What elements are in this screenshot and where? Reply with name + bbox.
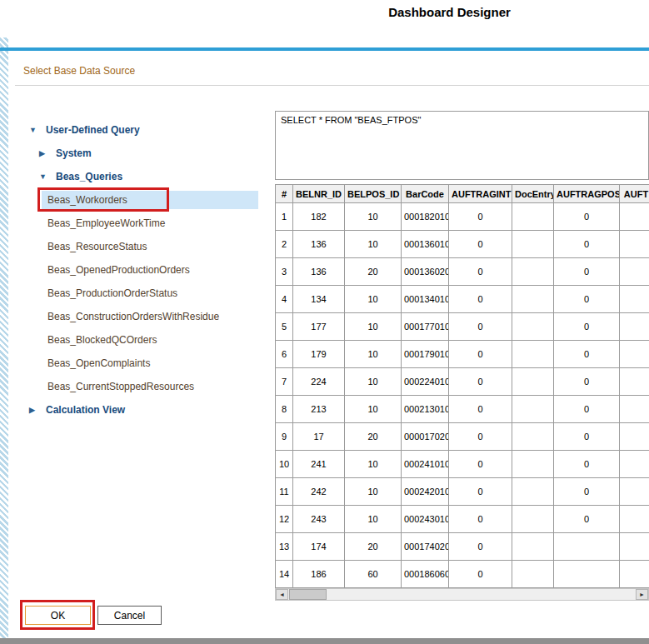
table-cell: 179 bbox=[293, 341, 345, 368]
table-row[interactable]: 31362000013602000 bbox=[276, 258, 649, 286]
results-table: #BELNR_IDBELPOS_IDBarCodeAUFTRAGINTDocEn… bbox=[275, 184, 649, 588]
tree-item-label: Beas_ConstructionOrdersWithResidue bbox=[42, 307, 224, 326]
table-cell bbox=[512, 286, 554, 313]
tree-item-beas-workorders[interactable]: Beas_Workorders bbox=[29, 188, 271, 212]
triangle-right-icon[interactable]: ▶ bbox=[29, 406, 40, 414]
table-row[interactable]: 14186600001860600 bbox=[276, 561, 649, 588]
table-row[interactable]: 13174200001740200 bbox=[276, 533, 649, 561]
triangle-right-icon[interactable]: ▶ bbox=[39, 149, 50, 157]
tree-item-user-defined-query[interactable]: ▼User-Defined Query bbox=[29, 118, 271, 142]
table-row[interactable]: 9172000001702000 bbox=[276, 423, 649, 451]
table-row[interactable]: 72241000022401000 bbox=[276, 368, 649, 396]
table-cell: 0 bbox=[554, 396, 620, 423]
table-cell: 242 bbox=[293, 478, 345, 506]
tree-item-system[interactable]: ▶System bbox=[29, 142, 271, 165]
table-row[interactable]: 122431000024301000 bbox=[276, 506, 649, 533]
table-cell: 10 bbox=[345, 396, 402, 423]
table-cell: 6 bbox=[276, 341, 293, 368]
tree-item-beas-constructionorderswithresidue[interactable]: Beas_ConstructionOrdersWithResidue bbox=[29, 305, 271, 328]
table-cell bbox=[512, 506, 554, 533]
page-title: Dashboard Designer bbox=[250, 5, 649, 19]
table-row[interactable]: 112421000024201000 bbox=[276, 478, 649, 506]
scroll-left-button[interactable]: ◄ bbox=[276, 589, 288, 600]
column-header-auft[interactable]: AUFT bbox=[620, 185, 649, 203]
triangle-down-icon[interactable]: ▼ bbox=[39, 172, 50, 181]
table-cell: 0 bbox=[554, 286, 620, 313]
table-cell bbox=[512, 423, 554, 451]
tree-item-beas-openedproductionorders[interactable]: Beas_OpenedProductionOrders bbox=[29, 258, 271, 282]
table-cell: 20 bbox=[345, 258, 402, 286]
table-row[interactable]: 61791000017901000 bbox=[276, 341, 649, 368]
table-cell: 5 bbox=[276, 313, 293, 341]
table-cell: 213 bbox=[293, 396, 345, 423]
table-cell: 10 bbox=[345, 313, 402, 341]
table-cell: 20 bbox=[345, 423, 402, 451]
table-row[interactable]: 82131000021301000 bbox=[276, 396, 649, 423]
column-header-belnr-id[interactable]: BELNR_ID bbox=[293, 185, 345, 203]
tree-item-beas-productionorderstatus[interactable]: Beas_ProductionOrderStatus bbox=[29, 282, 271, 305]
table-cell: 10 bbox=[345, 203, 402, 231]
table-cell: 182 bbox=[293, 203, 345, 231]
table-cell: 0 bbox=[449, 561, 512, 588]
table-cell: 10 bbox=[345, 231, 402, 258]
table-cell: 000177010 bbox=[402, 313, 449, 341]
column-header-auftragint[interactable]: AUFTRAGINT bbox=[449, 185, 512, 203]
tree-item-label: Beas_CurrentStoppedResources bbox=[42, 377, 199, 396]
dialog-heading: Select Base Data Source bbox=[23, 65, 135, 77]
table-cell: 0 bbox=[449, 396, 512, 423]
table-cell: 174 bbox=[293, 533, 345, 561]
table-cell: 1 bbox=[276, 203, 293, 231]
column-header--[interactable]: # bbox=[276, 185, 293, 203]
tree-item-beas-opencomplaints[interactable]: Beas_OpenComplaints bbox=[29, 352, 271, 375]
table-cell bbox=[512, 341, 554, 368]
column-header-auftragpos[interactable]: AUFTRAGPOS bbox=[554, 185, 620, 203]
table-cell bbox=[620, 396, 649, 423]
table-row[interactable]: 21361000013601000 bbox=[276, 231, 649, 258]
table-cell bbox=[512, 451, 554, 478]
cancel-button[interactable]: Cancel bbox=[97, 606, 162, 625]
tree-item-label: Beas_OpenedProductionOrders bbox=[42, 261, 195, 279]
table-row[interactable]: 41341000013401000 bbox=[276, 286, 649, 313]
tree-item-beas-blockedqcorders[interactable]: Beas_BlockedQCOrders bbox=[29, 328, 271, 352]
column-header-docentry[interactable]: DocEntry bbox=[512, 185, 554, 203]
table-cell: 0 bbox=[449, 203, 512, 231]
table-row[interactable]: 11821000018201000 bbox=[276, 203, 649, 231]
results-table-container: #BELNR_IDBELPOS_IDBarCodeAUFTRAGINTDocEn… bbox=[275, 184, 649, 588]
tree-item-beas-employeeworktime[interactable]: Beas_EmployeeWorkTime bbox=[29, 212, 271, 235]
table-cell bbox=[620, 506, 649, 533]
table-cell: 000186060 bbox=[402, 561, 449, 588]
table-cell: 0 bbox=[554, 341, 620, 368]
table-cell bbox=[512, 533, 554, 561]
tree-item-label: Beas_Queries bbox=[50, 167, 127, 186]
horizontal-scrollbar[interactable]: ◄ ► bbox=[275, 588, 649, 601]
sql-query-box[interactable]: SELECT * FROM "BEAS_FTPOS" bbox=[275, 111, 649, 180]
scrollbar-thumb[interactable] bbox=[289, 589, 327, 600]
tree-item-label: Calculation View bbox=[40, 401, 130, 419]
table-cell: 0 bbox=[449, 423, 512, 451]
table-cell: 0 bbox=[449, 533, 512, 561]
table-cell: 136 bbox=[293, 231, 345, 258]
table-cell: 0 bbox=[554, 313, 620, 341]
table-cell: 10 bbox=[276, 451, 293, 478]
table-cell: 0 bbox=[554, 451, 620, 478]
table-row[interactable]: 51771000017701000 bbox=[276, 313, 649, 341]
tree-item-beas-queries[interactable]: ▼Beas_Queries bbox=[29, 165, 271, 188]
table-row[interactable]: 102411000024101000 bbox=[276, 451, 649, 478]
table-cell: 000174020 bbox=[402, 533, 449, 561]
tree-item-calculation-view[interactable]: ▶Calculation View bbox=[29, 398, 271, 422]
scrollbar-track[interactable] bbox=[288, 589, 636, 600]
table-cell: 8 bbox=[276, 396, 293, 423]
table-cell: 0 bbox=[449, 286, 512, 313]
tree-item-beas-currentstoppedresources[interactable]: Beas_CurrentStoppedResources bbox=[29, 375, 271, 398]
table-cell: 000134010 bbox=[402, 286, 449, 313]
column-header-belpos-id[interactable]: BELPOS_ID bbox=[345, 185, 402, 203]
triangle-down-icon[interactable]: ▼ bbox=[29, 126, 40, 134]
table-cell: 9 bbox=[276, 423, 293, 451]
ok-button[interactable]: OK bbox=[25, 606, 91, 625]
table-cell: 0 bbox=[554, 478, 620, 506]
table-cell: 0 bbox=[554, 423, 620, 451]
column-header-barcode[interactable]: BarCode bbox=[402, 185, 449, 203]
bottom-gray-bar bbox=[0, 638, 649, 644]
scroll-right-button[interactable]: ► bbox=[636, 589, 648, 600]
tree-item-beas-resourcestatus[interactable]: Beas_ResourceStatus bbox=[29, 235, 271, 258]
